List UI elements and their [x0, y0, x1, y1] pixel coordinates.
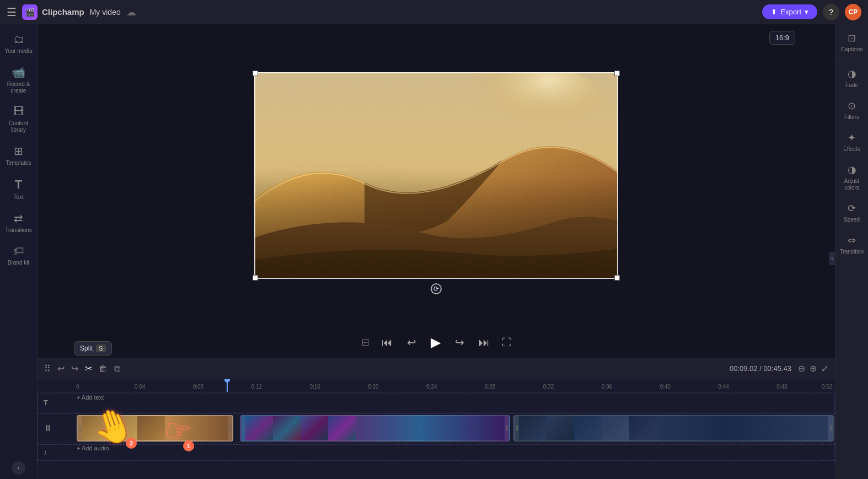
forward-button[interactable]: ↪: [453, 333, 467, 351]
copy-button[interactable]: ⧉: [114, 364, 120, 374]
skip-forward-button[interactable]: ⏭: [476, 334, 492, 351]
timeline-scroll-area: 0 0:04 0:08 0:12 0:16 0:20 0:24 0:28 0:3…: [37, 379, 835, 479]
subtitle-toggle-icon[interactable]: ⊟: [361, 336, 369, 348]
split-button[interactable]: ✂: [85, 364, 92, 373]
sidebar-item-templates[interactable]: ⊞ Templates: [2, 140, 35, 171]
sidebar-item-text[interactable]: T Text: [2, 173, 35, 205]
clip-right-handle-2[interactable]: ‖: [505, 416, 509, 440]
ruler-mark-40: 0:40: [660, 384, 670, 390]
effects-button[interactable]: ✦ Effects: [837, 127, 867, 157]
clip-left-handle-3[interactable]: ‖: [515, 416, 519, 440]
clip-thumb: [519, 416, 546, 440]
video-clip-1[interactable]: ‖ ‖: [77, 415, 233, 442]
fit-timeline-button[interactable]: ⤢: [821, 363, 828, 374]
filters-button[interactable]: ⊙ Filters: [837, 95, 867, 125]
avatar-label: CP: [849, 8, 858, 16]
video-clip-3[interactable]: ‖ ‖: [513, 415, 834, 442]
split-tooltip: Split S: [74, 341, 112, 356]
preview-container[interactable]: ⟳: [254, 72, 618, 279]
captions-icon: ⊡: [848, 32, 856, 44]
video-title[interactable]: My video: [90, 8, 121, 17]
export-label: Export: [780, 8, 801, 16]
effects-label: Effects: [843, 146, 860, 153]
clip-right-handle-1[interactable]: ‖: [228, 416, 232, 440]
sidebar-item-record-create[interactable]: 📹 Record &create: [2, 61, 35, 99]
sidebar-item-brand-kit[interactable]: 🏷 Brand kit: [2, 240, 35, 271]
video-controls: ⊟ ⏮ ↩ ▶ ↪ ⏭ ⛶: [37, 327, 835, 358]
help-icon: ?: [829, 8, 833, 17]
clip-right-handle-3[interactable]: ‖: [828, 416, 833, 440]
ruler-mark-20: 0:20: [368, 384, 378, 390]
transition-button[interactable]: ⇔ Transition: [837, 230, 867, 260]
export-icon: ⬆: [771, 8, 777, 16]
fade-button[interactable]: ◑ Fade: [837, 63, 867, 93]
captions-button[interactable]: ⊡ Captions: [837, 29, 867, 56]
video-preview: 16:9: [37, 24, 835, 327]
clip-thumb: [245, 416, 273, 440]
clip-thumb: [110, 416, 137, 440]
redo-button[interactable]: ↪: [71, 363, 78, 374]
adjust-colors-button[interactable]: ◑ Adjustcolors: [837, 159, 867, 196]
sidebar-collapse-button[interactable]: ›: [12, 461, 25, 475]
cloud-save-icon: ☁: [126, 6, 136, 18]
playhead[interactable]: [227, 379, 228, 392]
audio-track: ♪ + Add audio: [38, 445, 834, 460]
add-audio-button[interactable]: + Add audio: [77, 445, 834, 451]
sidebar-label-text: Text: [13, 194, 23, 201]
clip-thumbnails-2: [245, 416, 505, 440]
split-shortcut: S: [96, 345, 105, 352]
export-button[interactable]: ⬆ Export ▾: [762, 4, 817, 19]
video-track: ⏸ ‖: [38, 414, 834, 443]
clip-thumb: [328, 416, 356, 440]
timeline-area: ⠿ ↩ ↪ Split S ✂ 🗑 ⧉ 00:09.02 /: [37, 358, 835, 479]
audio-track-wrapper: ♪ + Add audio: [37, 444, 835, 461]
brand-kit-icon: 🏷: [13, 245, 24, 257]
sidebar-item-your-media[interactable]: 🗂 Your media: [2, 29, 35, 59]
video-clip-2[interactable]: ‖ ‖: [240, 415, 510, 442]
user-avatar[interactable]: CP: [845, 4, 861, 20]
audio-track-content[interactable]: + Add audio: [77, 445, 834, 460]
text-track-content[interactable]: + Add text: [77, 394, 834, 411]
timeline-ruler: 0 0:04 0:08 0:12 0:16 0:20 0:24 0:28 0:3…: [37, 379, 835, 392]
help-button[interactable]: ?: [823, 4, 839, 20]
sidebar-label-your-media: Your media: [4, 48, 32, 55]
right-sidebar-collapse-button[interactable]: ‹: [829, 252, 835, 265]
clip-left-handle-1[interactable]: ‖: [78, 416, 82, 440]
split-label: Split: [80, 345, 93, 352]
your-media-icon: 🗂: [13, 33, 24, 46]
timeline-toolbar: ⠿ ↩ ↪ Split S ✂ 🗑 ⧉ 00:09.02 /: [37, 358, 835, 379]
current-time: 00:09.02: [730, 364, 758, 373]
hamburger-icon[interactable]: ☰: [7, 6, 17, 19]
fullscreen-button[interactable]: ⛶: [502, 337, 512, 348]
rotate-handle[interactable]: ⟳: [431, 283, 442, 294]
skip-back-button[interactable]: ⏮: [379, 334, 395, 351]
ruler-mark-8: 0:08: [193, 384, 203, 390]
templates-icon: ⊞: [14, 144, 23, 158]
sidebar-item-content-library[interactable]: 🎞 Contentlibrary: [2, 101, 35, 138]
play-button[interactable]: ▶: [428, 332, 443, 352]
zoom-in-button[interactable]: ⊕: [810, 363, 817, 374]
clip-thumb: [574, 416, 602, 440]
move-tool-icon[interactable]: ⠿: [44, 363, 51, 374]
delete-button[interactable]: 🗑: [99, 364, 108, 374]
aspect-ratio-badge[interactable]: 16:9: [769, 31, 795, 45]
sidebar-label-content-library: Contentlibrary: [9, 120, 28, 133]
undo-button[interactable]: ↩: [57, 363, 65, 374]
captions-label: Captions: [841, 46, 862, 53]
sidebar-item-transitions[interactable]: ⇄ Transitions: [2, 207, 35, 238]
topbar-logo: 🎬 Clipchamp: [22, 4, 84, 20]
clip-left-handle-2[interactable]: ‖: [241, 416, 245, 440]
clip-thumb: [546, 416, 574, 440]
rewind-button[interactable]: ↩: [405, 333, 419, 351]
add-text-button[interactable]: + Add text: [77, 394, 834, 401]
sidebar-label-brand-kit: Brand kit: [8, 260, 29, 266]
zoom-out-button[interactable]: ⊖: [798, 363, 805, 374]
preview-video: [254, 72, 618, 279]
ruler-mark-48: 0:48: [776, 384, 787, 390]
zoom-controls: ⊖ ⊕ ⤢: [798, 363, 828, 374]
fade-label: Fade: [845, 82, 858, 89]
text-track-label: T: [38, 399, 77, 407]
ruler-mark-28: 0:28: [485, 384, 495, 390]
speed-button[interactable]: ⟳ Speed: [837, 198, 867, 228]
video-track-content: ‖ ‖ ‖: [77, 414, 834, 443]
